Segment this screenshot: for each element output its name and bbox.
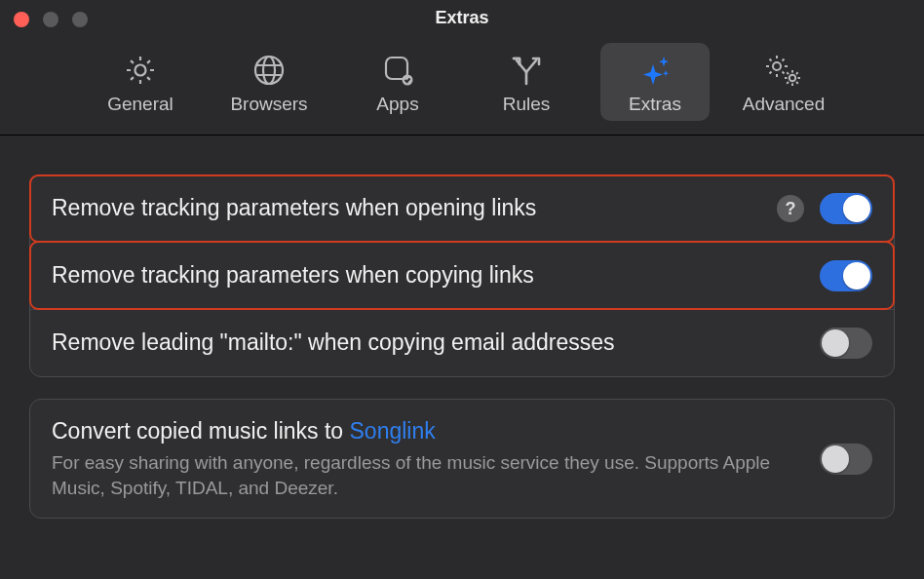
app-icon	[378, 49, 417, 92]
setting-label: Convert copied music links to Songlink	[52, 417, 804, 446]
setting-label: Remove tracking parameters when copying …	[52, 261, 804, 290]
toggle-remove-tracking-copy[interactable]	[820, 260, 872, 291]
traffic-lights	[14, 12, 88, 27]
row-remove-mailto: Remove leading "mailto:" when copying em…	[30, 309, 894, 376]
row-remove-tracking-open: Remove tracking parameters when opening …	[30, 175, 894, 242]
toggle-remove-tracking-open[interactable]	[820, 193, 872, 224]
tab-browsers[interactable]: Browsers	[214, 43, 324, 121]
tab-label: Extras	[629, 94, 681, 115]
sparkles-icon	[635, 49, 674, 92]
close-window-button[interactable]	[14, 12, 29, 27]
globe-icon	[250, 49, 289, 92]
toggle-remove-mailto[interactable]	[820, 328, 872, 359]
songlink-link[interactable]: Songlink	[350, 418, 436, 444]
titlebar: Extras	[0, 0, 924, 35]
tab-rules[interactable]: Rules	[472, 43, 581, 121]
tab-label: General	[107, 94, 173, 115]
tab-advanced[interactable]: Advanced	[729, 43, 838, 121]
split-arrow-icon	[507, 49, 546, 92]
row-songlink: Convert copied music links to Songlink F…	[30, 400, 894, 518]
svg-point-1	[255, 57, 283, 84]
settings-group-tracking: Remove tracking parameters when opening …	[29, 174, 895, 377]
help-button[interactable]: ?	[777, 195, 804, 222]
songlink-label-prefix: Convert copied music links to	[52, 418, 350, 444]
tab-general[interactable]: General	[86, 43, 195, 121]
setting-description: For easy sharing with anyone, regardless…	[52, 450, 804, 500]
tab-apps[interactable]: Apps	[343, 43, 452, 121]
tab-extras[interactable]: Extras	[600, 43, 710, 121]
setting-label: Remove tracking parameters when opening …	[52, 194, 761, 223]
tab-label: Apps	[376, 94, 418, 115]
window-title: Extras	[435, 8, 488, 28]
settings-group-songlink: Convert copied music links to Songlink F…	[29, 399, 895, 519]
tab-label: Rules	[503, 94, 551, 115]
row-remove-tracking-copy: Remove tracking parameters when copying …	[30, 242, 894, 309]
double-gear-icon	[761, 49, 806, 92]
setting-label: Remove leading "mailto:" when copying em…	[52, 328, 804, 358]
svg-point-6	[789, 75, 795, 81]
minimize-window-button[interactable]	[43, 12, 58, 27]
gear-icon	[121, 49, 160, 92]
tab-label: Browsers	[230, 94, 307, 115]
extras-content: Remove tracking parameters when opening …	[0, 135, 924, 560]
svg-point-0	[135, 65, 146, 76]
toggle-songlink[interactable]	[820, 444, 872, 475]
svg-point-2	[263, 57, 275, 84]
maximize-window-button[interactable]	[72, 12, 88, 27]
tab-label: Advanced	[743, 94, 826, 115]
svg-point-5	[773, 62, 781, 70]
preferences-toolbar: General Browsers Apps	[0, 35, 924, 135]
